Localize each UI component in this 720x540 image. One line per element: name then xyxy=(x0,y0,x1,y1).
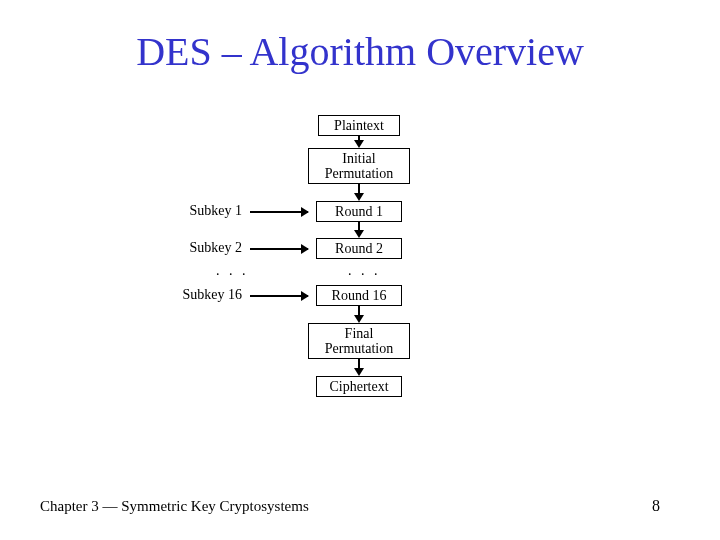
slide-title: DES – Algorithm Overview xyxy=(0,28,720,75)
box-plaintext: Plaintext xyxy=(318,115,400,136)
ellipsis-subkeys: . . . xyxy=(216,263,249,279)
initial-perm-l2: Permutation xyxy=(325,166,393,181)
final-perm-l2: Permutation xyxy=(325,341,393,356)
des-flow-diagram: Plaintext Initial Permutation Round 1 Su… xyxy=(198,115,458,445)
ellipsis-rounds: . . . xyxy=(348,263,381,279)
arrow-icon xyxy=(354,359,364,376)
label-subkey-2: Subkey 2 xyxy=(172,240,242,256)
box-ciphertext: Ciphertext xyxy=(316,376,402,397)
arrow-icon xyxy=(354,136,364,148)
box-round-2: Round 2 xyxy=(316,238,402,259)
label-subkey-1: Subkey 1 xyxy=(172,203,242,219)
box-round-1: Round 1 xyxy=(316,201,402,222)
box-final-permutation: Final Permutation xyxy=(308,323,410,359)
arrow-right-icon xyxy=(250,248,308,250)
arrow-icon xyxy=(354,306,364,323)
final-perm-l1: Final xyxy=(345,326,374,341)
arrow-right-icon xyxy=(250,295,308,297)
box-initial-permutation: Initial Permutation xyxy=(308,148,410,184)
box-round-16: Round 16 xyxy=(316,285,402,306)
label-subkey-16: Subkey 16 xyxy=(172,287,242,303)
initial-perm-l1: Initial xyxy=(342,151,375,166)
slide: DES – Algorithm Overview Plaintext Initi… xyxy=(0,0,720,540)
footer-chapter: Chapter 3 — Symmetric Key Cryptosystems xyxy=(40,498,309,515)
arrow-icon xyxy=(354,184,364,201)
arrow-right-icon xyxy=(250,211,308,213)
footer-page-number: 8 xyxy=(652,497,660,515)
arrow-icon xyxy=(354,222,364,238)
